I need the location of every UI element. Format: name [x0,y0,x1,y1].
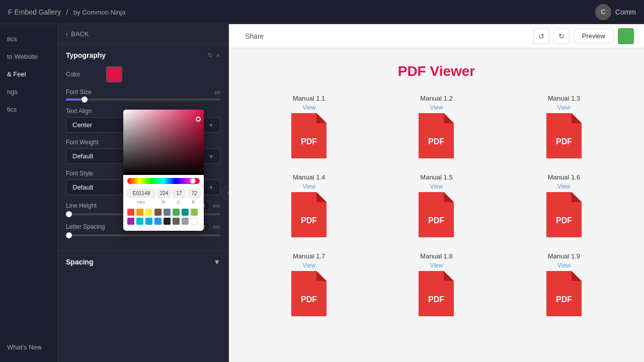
font-size-control: Font Size px [66,88,220,101]
svg-text:PDF: PDF [428,137,444,146]
pdf-item: Manual 1.3 View PDF [515,95,612,158]
font-size-track[interactable] [66,99,220,101]
publish-button[interactable] [618,28,634,44]
reset-icon[interactable]: ↻ [208,52,213,59]
letter-spacing-thumb[interactable] [66,232,72,238]
swatch-cyan[interactable] [136,218,143,225]
gallery-title: PDF Viewer [249,63,624,79]
r-label: R [157,200,170,205]
pdf-item: Manual 1.5 View PDF [388,173,485,237]
pdf-icon[interactable]: PDF [544,113,584,158]
pdf-item-name: Manual 1.9 [548,252,580,260]
pdf-item-view-link[interactable]: View [557,262,571,269]
color-gradient[interactable] [123,110,204,175]
pdf-item: Manual 1.2 View PDF [388,95,485,158]
sidebar-item-whats-new[interactable]: What's New [0,338,57,356]
color-label: Color [66,71,106,78]
pdf-icon[interactable]: PDF [289,192,329,237]
swatch-lightgreen[interactable] [191,209,198,216]
user-avatar[interactable]: C [595,4,611,20]
redo-button[interactable]: ↻ [553,28,570,44]
sidebar-item-look-feel[interactable]: & Feel [0,65,57,83]
font-style-value: Default [72,184,93,191]
swatch-green[interactable] [173,209,180,216]
pdf-item-view-link[interactable]: View [302,183,315,190]
sidebar-item-label: ngs [7,88,18,96]
pdf-item: Manual 1.1 View PDF [261,95,358,158]
letter-spacing-unit: em [213,224,220,230]
pdf-item-view-link[interactable]: View [557,183,571,190]
swatch-red[interactable] [127,209,134,216]
collapse-icon[interactable]: ∧ [216,52,220,59]
swatch-black[interactable] [164,218,171,225]
text-align-value: Center [72,121,92,129]
chevron-down-icon: ▼ [208,122,214,128]
pdf-item-view-link[interactable]: View [430,104,443,111]
pdf-icon[interactable]: PDF [289,271,329,316]
g-input[interactable] [173,189,186,198]
back-button[interactable]: ‹ BACK [66,30,89,38]
pdf-item-view-link[interactable]: View [430,183,443,190]
picker-inputs [123,187,204,200]
font-weight-value: Default [72,152,93,160]
preview-button[interactable]: Preview [574,29,614,43]
pdf-item-view-link[interactable]: View [430,262,443,269]
swatch-orange[interactable] [136,209,143,216]
sidebar-item-to-website[interactable]: to Website [0,48,57,65]
hex-input[interactable] [127,189,155,198]
pdf-item: Manual 1.8 View PDF [388,252,485,316]
swatch-lightblue[interactable] [145,218,152,225]
swatch-bluegray[interactable] [164,209,171,216]
undo-icon: ↺ [538,32,544,40]
undo-button[interactable]: ↺ [533,28,549,44]
line-height-unit: em [213,203,220,209]
swatch-blue[interactable] [154,218,162,225]
b-label: B [187,200,200,205]
pdf-item-name: Manual 1.4 [293,173,325,181]
topbar-actions: ↺ ↻ Preview [533,28,634,44]
swatch-teal[interactable] [182,209,189,216]
color-control: Color [66,66,220,82]
pdf-item-view-link[interactable]: View [302,104,315,111]
b-input[interactable] [188,189,201,198]
pdf-item-name: Manual 1.1 [293,95,325,102]
font-size-thumb[interactable] [82,97,88,103]
pdf-icon[interactable]: PDF [544,192,584,237]
pdf-item-view-link[interactable]: View [302,262,315,269]
spacing-chevron-icon[interactable]: ▼ [213,258,220,266]
sidebar-item-statistics[interactable]: tics [0,101,57,118]
hue-slider[interactable] [127,178,200,184]
section-actions: ↻ ∧ [208,52,220,59]
chevron-down-icon: ▼ [208,185,214,191]
section-title: Typography [66,51,106,59]
swatch-white[interactable] [191,218,198,225]
section-header: Typography ↻ ∧ [66,51,220,59]
letter-spacing-label: Letter Spacing [66,223,105,230]
pdf-icon[interactable]: PDF [289,113,329,158]
r-input[interactable] [157,189,171,198]
svg-text:PDF: PDF [301,295,317,304]
share-button[interactable]: Share [239,29,270,43]
main-layout: tics to Website & Feel ngs tics What's N… [0,24,644,362]
pdf-icon[interactable]: PDF [416,113,456,158]
swatch-gray[interactable] [182,218,189,225]
swatch-brown[interactable] [154,209,162,216]
typography-section: Typography ↻ ∧ Color [58,44,228,251]
swatch-darkgray[interactable] [173,218,180,225]
content-topbar: Share ↺ ↻ Preview [229,24,644,48]
letter-spacing-track[interactable] [66,234,220,236]
swatch-yellow[interactable] [145,209,152,216]
sidebar-item-settings[interactable]: ngs [0,83,57,101]
pdf-icon[interactable]: PDF [416,271,456,316]
user-initial: C [601,9,605,16]
back-label: BACK [71,30,89,38]
line-height-thumb[interactable] [66,211,72,217]
hex-label: Hex [127,200,155,205]
color-swatch[interactable] [106,66,122,82]
sidebar-item-analytics[interactable]: tics [0,30,57,48]
pdf-item: Manual 1.6 View PDF [515,173,612,237]
pdf-icon[interactable]: PDF [416,192,456,237]
pdf-item-view-link[interactable]: View [557,104,571,111]
swatch-purple[interactable] [127,218,134,225]
pdf-icon[interactable]: PDF [544,271,584,316]
